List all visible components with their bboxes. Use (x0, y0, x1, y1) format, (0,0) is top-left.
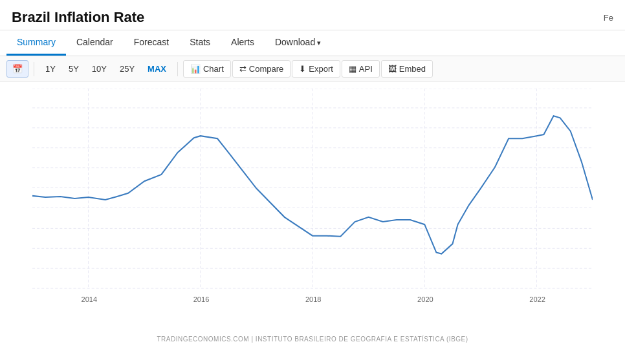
svg-text:2014: 2014 (82, 295, 98, 303)
embed-button[interactable]: 🖼 Embed (381, 60, 433, 78)
embed-icon: 🖼 (388, 64, 397, 74)
period-5y[interactable]: 5Y (63, 61, 85, 77)
period-max[interactable]: MAX (142, 61, 172, 77)
compare-icon: ⇄ (239, 64, 247, 74)
page-title: Brazil Inflation Rate (12, 9, 144, 26)
api-button[interactable]: ▦ API (342, 60, 380, 78)
nav-tabs: Summary Calendar Forecast Stats Alerts D… (0, 30, 625, 56)
divider-2 (177, 62, 178, 76)
line-chart: .grid-line { stroke: #dde; stroke-width:… (32, 89, 593, 308)
divider-1 (34, 62, 34, 76)
export-icon: ⬇ (299, 64, 306, 74)
tab-alerts[interactable]: Alerts (221, 30, 265, 56)
chart-button[interactable]: 📊 Chart (183, 60, 231, 78)
svg-text:2020: 2020 (417, 295, 433, 303)
tab-calendar[interactable]: Calendar (66, 30, 124, 56)
calendar-icon: 📅 (12, 64, 23, 74)
tab-download[interactable]: Download (265, 30, 331, 56)
svg-text:2016: 2016 (193, 295, 210, 303)
header-right-text: Fe (604, 13, 613, 23)
calendar-button[interactable]: 📅 (6, 60, 28, 78)
api-icon: ▦ (349, 64, 356, 74)
period-1y[interactable]: 1Y (39, 61, 61, 77)
chart-container: .grid-line { stroke: #dde; stroke-width:… (0, 82, 625, 334)
export-button[interactable]: ⬇ Export (292, 60, 340, 78)
period-25y[interactable]: 25Y (114, 61, 140, 77)
tab-stats[interactable]: Stats (179, 30, 221, 56)
toolbar: 📅 1Y 5Y 10Y 25Y MAX 📊 Chart ⇄ Compare ⬇ … (0, 56, 625, 82)
chart-source: TRADINGECONOMICS.COM | INSTITUTO BRASILE… (0, 334, 625, 345)
svg-text:2022: 2022 (529, 295, 545, 303)
chart-bar-icon: 📊 (190, 64, 201, 74)
tab-forecast[interactable]: Forecast (124, 30, 179, 56)
period-10y[interactable]: 10Y (86, 61, 113, 77)
tab-summary[interactable]: Summary (6, 30, 66, 56)
compare-button[interactable]: ⇄ Compare (232, 60, 291, 78)
svg-text:2018: 2018 (305, 295, 322, 303)
